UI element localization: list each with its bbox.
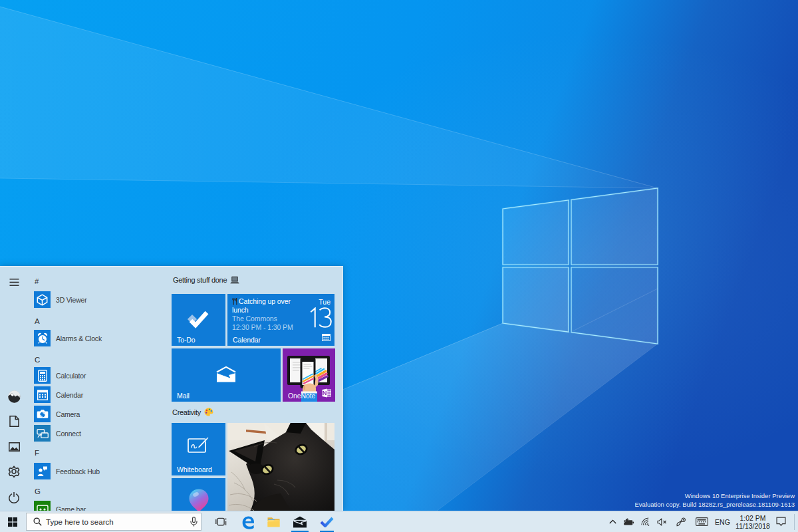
hamburger-icon bbox=[9, 279, 19, 286]
calendar-date bbox=[309, 307, 333, 328]
user-avatar bbox=[8, 390, 21, 403]
tray-expand-button[interactable] bbox=[604, 511, 621, 532]
app-list-header: A bbox=[35, 317, 40, 325]
app-item-camera[interactable]: Camera bbox=[34, 406, 80, 422]
app-item-feedback-hub[interactable]: Feedback Hub bbox=[34, 463, 100, 479]
app-item-label: Calculator bbox=[56, 372, 86, 380]
system-tray: ENG 1:02 PM 11/13/2018 bbox=[0, 511, 798, 532]
app-list-header: # bbox=[35, 277, 39, 285]
laptop-emoji bbox=[230, 276, 239, 284]
tile-label: Calendar bbox=[233, 336, 261, 344]
tray-time: 1:02 PM bbox=[733, 514, 773, 522]
tile-todo[interactable]: To-Do bbox=[172, 294, 225, 346]
palette-emoji bbox=[204, 408, 213, 416]
chevron-up-icon bbox=[609, 519, 616, 524]
group-title: Creativity bbox=[172, 408, 201, 416]
tray-keyboard-button[interactable] bbox=[693, 511, 710, 532]
camera-icon bbox=[34, 406, 51, 422]
tray-date: 11/13/2018 bbox=[733, 522, 773, 530]
action-center-icon bbox=[776, 517, 786, 527]
app-list-header: C bbox=[35, 356, 40, 364]
wifi-icon bbox=[641, 517, 650, 526]
alarms-clock-icon bbox=[34, 330, 51, 346]
tray-wifi-button[interactable] bbox=[637, 511, 654, 532]
gear-icon bbox=[8, 466, 20, 477]
documents-icon bbox=[9, 416, 19, 427]
calendar-day: Tue bbox=[319, 298, 331, 306]
calendar-event-time: 12:30 PM - 1:30 PM bbox=[232, 323, 293, 331]
app-item-connect[interactable]: Connect bbox=[34, 425, 81, 442]
app-item-label: 3D Viewer bbox=[56, 296, 86, 304]
todo-check-icon bbox=[187, 310, 209, 330]
mail-envelope-icon bbox=[216, 366, 236, 382]
calendar-badge-icon bbox=[322, 333, 331, 341]
documents-button[interactable] bbox=[5, 412, 23, 430]
pen-icon bbox=[676, 517, 686, 527]
tray-language[interactable]: ENG bbox=[711, 511, 734, 532]
app-item-3d-viewer[interactable]: 3D Viewer bbox=[34, 291, 86, 308]
tray-pen-button[interactable] bbox=[672, 511, 690, 532]
watermark-line1: Windows 10 Enterprise Insider Preview bbox=[635, 491, 795, 500]
cat-photo bbox=[227, 423, 334, 511]
app-item-label: Alarms & Clock bbox=[56, 334, 102, 342]
fork-knife-emoji bbox=[232, 298, 238, 305]
app-item-label: Calendar bbox=[56, 391, 83, 399]
evaluation-watermark: Windows 10 Enterprise Insider Preview Ev… bbox=[635, 491, 795, 509]
tile-label: Mail bbox=[177, 392, 190, 400]
pictures-icon bbox=[9, 442, 20, 452]
tile-photos[interactable] bbox=[227, 423, 334, 511]
app-item-label: Feedback Hub bbox=[56, 467, 100, 475]
app-item-alarms-clock[interactable]: Alarms & Clock bbox=[34, 330, 102, 346]
event-title-text: Catching up over lunch bbox=[232, 297, 291, 314]
app-item-calculator[interactable]: Calculator bbox=[34, 367, 86, 384]
tile-label: OneNote bbox=[288, 392, 315, 400]
tile-calendar[interactable]: Catching up over lunch The Commons 12:30… bbox=[227, 294, 334, 346]
volume-muted-icon bbox=[657, 518, 667, 526]
app-item-label: Camera bbox=[56, 410, 80, 418]
app-list-header: G bbox=[35, 487, 41, 495]
settings-button[interactable] bbox=[5, 463, 23, 480]
tile-mail[interactable]: Mail bbox=[172, 348, 281, 402]
tray-battery-button[interactable] bbox=[620, 511, 637, 532]
tile-whiteboard[interactable]: Whiteboard bbox=[172, 423, 225, 475]
watermark-line2: Evaluation copy. Build 18282.rs_prerelea… bbox=[635, 500, 795, 509]
tile-label: To-Do bbox=[177, 336, 196, 344]
tile-group-header-creativity[interactable]: Creativity bbox=[172, 408, 213, 416]
taskbar: Type here to search bbox=[0, 511, 798, 532]
tile-onenote[interactable]: OneNote bbox=[283, 348, 335, 402]
start-menu: # 3D Viewer A Alarms & Clock C bbox=[0, 266, 343, 511]
calendar-event-title: Catching up over lunch bbox=[232, 297, 309, 315]
tile-label: Whiteboard bbox=[177, 466, 212, 473]
battery-charging-icon bbox=[623, 518, 634, 526]
paint3d-orb-icon bbox=[189, 489, 209, 511]
tile-group-header-getting-stuff-done[interactable]: Getting stuff done bbox=[173, 276, 239, 284]
action-center-button[interactable] bbox=[771, 511, 790, 532]
onenote-logo-icon bbox=[322, 388, 331, 398]
power-button[interactable] bbox=[5, 489, 23, 506]
tray-volume-button[interactable] bbox=[653, 511, 670, 532]
connect-icon bbox=[34, 425, 51, 442]
tray-clock[interactable]: 1:02 PM 11/13/2018 bbox=[733, 514, 773, 530]
calculator-icon bbox=[34, 367, 51, 384]
language-label: ENG bbox=[715, 518, 730, 526]
app-list-header: F bbox=[35, 449, 39, 457]
whiteboard-icon bbox=[188, 437, 209, 456]
power-icon bbox=[9, 492, 19, 503]
calendar-date-digits bbox=[309, 307, 333, 328]
tile-paint3d[interactable] bbox=[172, 478, 225, 511]
calendar-app-icon bbox=[34, 386, 51, 403]
group-title: Getting stuff done bbox=[173, 276, 227, 284]
calendar-event-location: The Commons bbox=[232, 315, 277, 323]
feedback-hub-icon bbox=[34, 463, 51, 479]
app-item-calendar[interactable]: Calendar bbox=[34, 386, 83, 403]
app-item-label: Connect bbox=[56, 430, 81, 438]
touch-keyboard-icon bbox=[696, 517, 708, 526]
user-account-button[interactable] bbox=[5, 388, 23, 405]
3d-viewer-icon bbox=[34, 291, 51, 308]
pictures-button[interactable] bbox=[5, 438, 23, 456]
expand-menu-button[interactable] bbox=[5, 273, 23, 291]
show-desktop-separator[interactable] bbox=[794, 514, 795, 530]
